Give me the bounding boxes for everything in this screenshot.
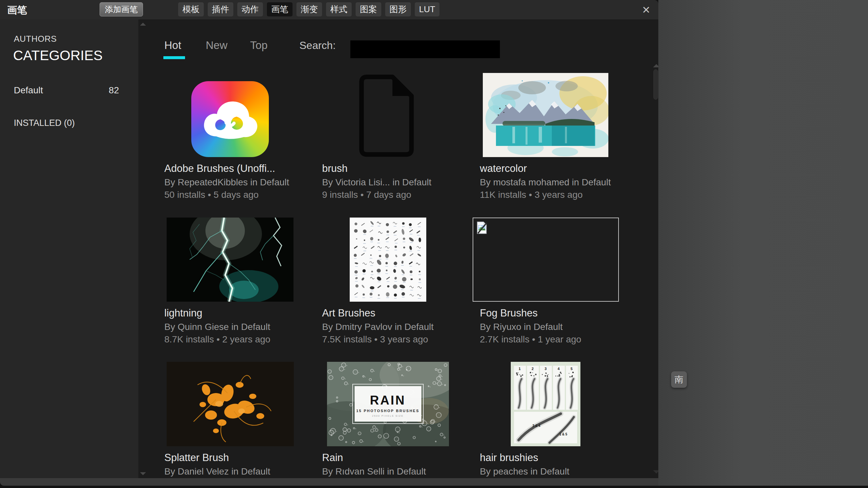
broken-image-icon bbox=[476, 221, 488, 234]
sidebar-categories-label: CATEGORIES bbox=[13, 48, 102, 63]
card-author: By Dmitry Pavlov in Default bbox=[322, 322, 467, 332]
tab-patterns[interactable]: 图案 bbox=[355, 2, 381, 17]
content-scrollbar-thumb[interactable] bbox=[653, 69, 658, 99]
screen: 南 画笔 添加画笔 模板 插件 动作 画笔 渐变 样式 图案 图形 LUT ✕ … bbox=[0, 0, 868, 488]
tab-lut[interactable]: LUT bbox=[415, 2, 439, 17]
splatter-thumbnail bbox=[151, 362, 309, 446]
splatter-image bbox=[167, 362, 294, 446]
card-installs: 7.5K installs • 3 years ago bbox=[322, 334, 467, 345]
brush-card[interactable]: lightning By Quinn Giese in Default 8.7K… bbox=[151, 217, 309, 362]
brush-card[interactable]: RAIN 15 PHOTOSHOP BRUSHES 2500 PIXELS SI… bbox=[309, 362, 467, 478]
svg-text:1: 1 bbox=[519, 367, 521, 371]
art-brushes-thumbnail bbox=[309, 217, 467, 302]
hair-combo-label-2: 1 & 5 bbox=[559, 432, 567, 436]
card-author: By peaches in Default bbox=[480, 466, 624, 477]
rain-size-note: 2500 PIXELS SIZE bbox=[372, 415, 404, 417]
search-label: Search: bbox=[300, 39, 336, 52]
tab-styles[interactable]: 样式 bbox=[326, 2, 352, 17]
card-title: watercolor bbox=[480, 163, 624, 175]
hair-thumbnail: 12345 3 & 4 1 & 5 bbox=[467, 362, 624, 446]
brush-card[interactable]: Fog Brushes By Riyuxo in Default 2.7K in… bbox=[467, 217, 624, 362]
card-author: By Quinn Giese in Default bbox=[164, 322, 309, 332]
card-author: By Riyuxo in Default bbox=[480, 322, 624, 332]
adobe-cc-thumbnail bbox=[151, 72, 309, 157]
broken-image-box bbox=[473, 218, 619, 302]
card-installs: 8.7K installs • 2 years ago bbox=[164, 334, 309, 345]
content-area: Hot New Top Search: bbox=[138, 20, 658, 478]
tab-plugins[interactable]: 插件 bbox=[208, 2, 234, 17]
hair-combo-label-1: 3 & 4 bbox=[532, 424, 540, 428]
svg-text:5: 5 bbox=[570, 367, 572, 371]
rain-subtitle: 15 PHOTOSHOP BRUSHES bbox=[356, 409, 419, 413]
card-author: By Victoria Lisi... in Default bbox=[322, 177, 467, 188]
document-thumbnail bbox=[309, 72, 467, 157]
lightning-image bbox=[167, 218, 293, 302]
search-input[interactable] bbox=[350, 40, 500, 58]
sidebar-scroll-up-icon[interactable] bbox=[140, 23, 146, 26]
brush-card[interactable]: Art Brushes By Dmitry Pavlov in Default … bbox=[309, 217, 467, 362]
adobe-cc-logo-icon bbox=[191, 81, 269, 157]
filter-tab-hot[interactable]: Hot bbox=[164, 39, 181, 52]
card-title: Adobe Brushes (Unoffi... bbox=[164, 163, 309, 175]
tab-actions[interactable]: 动作 bbox=[237, 2, 263, 17]
sidebar-authors-label[interactable]: AUTHORS bbox=[14, 34, 57, 44]
watercolor-thumbnail bbox=[467, 72, 624, 157]
app-backdrop bbox=[658, 0, 868, 486]
card-title: Art Brushes bbox=[322, 307, 467, 319]
card-title: brush bbox=[322, 163, 467, 175]
card-author: By Daniel Velez in Default bbox=[164, 466, 309, 477]
close-icon[interactable]: ✕ bbox=[638, 3, 654, 17]
watercolor-image bbox=[483, 73, 608, 157]
tab-templates[interactable]: 模板 bbox=[178, 2, 204, 17]
card-author: By Rıdvan Selli in Default bbox=[322, 466, 467, 477]
card-title: Splatter Brush bbox=[164, 452, 309, 464]
card-author: By RepeatedKibbles in Default bbox=[164, 177, 309, 188]
sidebar-item-default[interactable]: Default 82 bbox=[14, 85, 119, 96]
titlebar: 画笔 添加画笔 模板 插件 动作 画笔 渐变 样式 图案 图形 LUT ✕ bbox=[0, 0, 658, 20]
window-title: 画笔 bbox=[7, 4, 27, 17]
tab-shapes[interactable]: 图形 bbox=[385, 2, 411, 17]
brush-store-dialog: 画笔 添加画笔 模板 插件 动作 画笔 渐变 样式 图案 图形 LUT ✕ AU… bbox=[0, 0, 658, 478]
content-scroll-down-icon[interactable] bbox=[653, 470, 658, 474]
tab-gradients[interactable]: 渐变 bbox=[297, 2, 322, 17]
tab-brushes[interactable]: 画笔 bbox=[267, 2, 292, 17]
card-installs: 50 installs • 5 days ago bbox=[164, 190, 309, 200]
category-name: Default bbox=[14, 85, 43, 96]
document-icon bbox=[355, 74, 420, 157]
content-scroll-up-icon[interactable] bbox=[653, 64, 658, 67]
nav-tabs: 模板 插件 动作 画笔 渐变 样式 图案 图形 LUT bbox=[178, 2, 439, 17]
sidebar: AUTHORS CATEGORIES Default 82 INSTALLED … bbox=[0, 20, 138, 478]
card-author: By mostafa mohamed in Default bbox=[480, 177, 624, 188]
hair-brushes-image: 12345 3 & 4 1 & 5 bbox=[511, 362, 581, 446]
brush-card[interactable]: brush By Victoria Lisi... in Default 9 i… bbox=[309, 72, 467, 217]
card-title: lightning bbox=[164, 307, 309, 319]
brush-card[interactable]: 12345 3 & 4 1 & 5 hair brushies By peach… bbox=[467, 362, 624, 478]
svg-text:3: 3 bbox=[545, 367, 547, 371]
bottom-strip bbox=[0, 478, 658, 486]
brush-card[interactable]: Adobe Brushes (Unoffi... By RepeatedKibb… bbox=[151, 72, 309, 217]
rain-title: RAIN bbox=[370, 393, 406, 407]
filter-tab-new[interactable]: New bbox=[206, 39, 227, 52]
card-installs: 2.7K installs • 1 year ago bbox=[480, 334, 624, 345]
lightning-thumbnail bbox=[151, 217, 309, 302]
card-title: hair brushies bbox=[480, 452, 624, 464]
rain-image: RAIN 15 PHOTOSHOP BRUSHES 2500 PIXELS SI… bbox=[327, 362, 449, 446]
fog-thumbnail bbox=[467, 217, 624, 302]
card-grid: Adobe Brushes (Unoffi... By RepeatedKibb… bbox=[151, 72, 634, 478]
sidebar-scroll-down-icon[interactable] bbox=[140, 472, 146, 475]
brush-sampler-image bbox=[350, 218, 426, 302]
card-installs: 9 installs • 7 days ago bbox=[322, 190, 467, 200]
category-count: 82 bbox=[109, 85, 119, 96]
filter-tab-top[interactable]: Top bbox=[250, 39, 268, 52]
card-title: Fog Brushes bbox=[480, 307, 624, 319]
svg-text:2: 2 bbox=[531, 367, 533, 371]
rain-thumbnail: RAIN 15 PHOTOSHOP BRUSHES 2500 PIXELS SI… bbox=[309, 362, 467, 446]
brush-card[interactable]: Splatter Brush By Daniel Velez in Defaul… bbox=[151, 362, 309, 478]
sidebar-item-installed[interactable]: INSTALLED (0) bbox=[14, 118, 75, 128]
add-brush-button[interactable]: 添加画笔 bbox=[100, 2, 143, 17]
compass-button[interactable]: 南 bbox=[671, 371, 687, 388]
brush-card[interactable]: watercolor By mostafa mohamed in Default… bbox=[467, 72, 624, 217]
svg-text:4: 4 bbox=[557, 367, 560, 371]
card-title: Rain bbox=[322, 452, 467, 464]
card-installs: 11K installs • 3 years ago bbox=[480, 190, 624, 200]
